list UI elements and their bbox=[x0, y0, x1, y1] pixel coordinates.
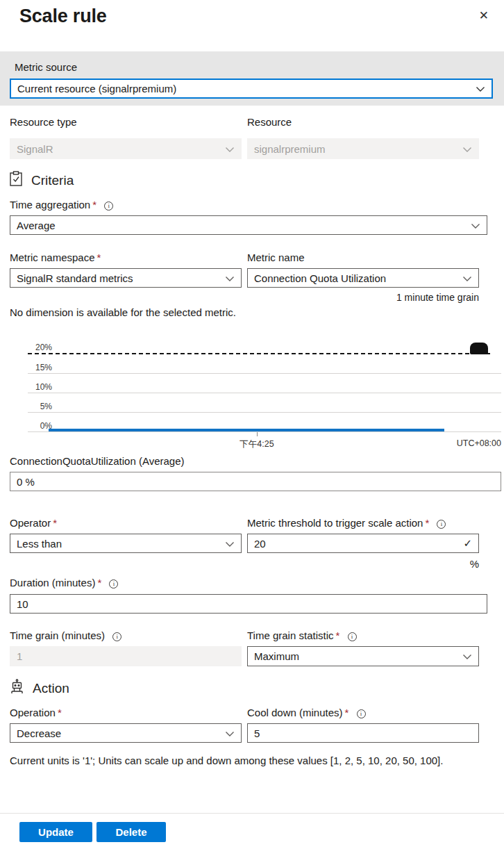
operator-label: Operator* bbox=[10, 517, 57, 529]
chevron-down-icon bbox=[462, 650, 472, 662]
info-icon[interactable]: i bbox=[112, 632, 121, 641]
info-icon[interactable]: i bbox=[104, 201, 113, 211]
action-section-title: Action bbox=[33, 681, 69, 696]
cooldown-input[interactable]: 5 bbox=[247, 723, 479, 743]
resource-type-dropdown: SignalR bbox=[10, 138, 242, 159]
y-tick: 10% bbox=[10, 382, 52, 392]
metric-chart: 20% 15% 10% 5% 0% 下午4:25 UTC+08:00 bbox=[0, 323, 504, 454]
delete-button[interactable]: Delete bbox=[96, 822, 166, 842]
criteria-section-title: Criteria bbox=[31, 173, 74, 188]
gridline bbox=[28, 431, 501, 432]
chevron-down-icon bbox=[225, 272, 235, 284]
metric-series-line bbox=[49, 429, 444, 431]
resource-label: Resource bbox=[247, 116, 292, 128]
metric-value-field: 0 % bbox=[10, 472, 501, 491]
metric-name-value: Connection Quota Utilization bbox=[254, 272, 386, 284]
time-aggregation-dropdown[interactable]: Average bbox=[10, 215, 487, 235]
time-grain-label: Time grain (minutes) i bbox=[10, 629, 121, 641]
units-note: Current units is '1'; Units can scale up… bbox=[10, 755, 443, 766]
time-grain-statistic-value: Maximum bbox=[254, 650, 299, 662]
time-grain-statistic-dropdown[interactable]: Maximum bbox=[247, 646, 479, 666]
time-grain-note: 1 minute time grain bbox=[396, 292, 479, 303]
threshold-line bbox=[28, 353, 490, 354]
threshold-drag-handle[interactable] bbox=[470, 343, 488, 354]
operator-dropdown[interactable]: Less than bbox=[10, 534, 242, 553]
clipboard-check-icon bbox=[10, 171, 23, 190]
metric-name-dropdown[interactable]: Connection Quota Utilization bbox=[247, 268, 479, 288]
cooldown-label: Cool down (minutes)* i bbox=[247, 707, 366, 718]
metric-source-band: Metric source Current resource (signalrp… bbox=[0, 51, 504, 106]
resource-value: signalrpremium bbox=[254, 143, 326, 155]
y-tick: 15% bbox=[10, 363, 52, 372]
metric-namespace-value: SignalR standard metrics bbox=[17, 272, 133, 284]
chevron-down-icon bbox=[225, 727, 235, 739]
required-asterisk: * bbox=[335, 629, 339, 641]
time-grain-input: 1 bbox=[10, 646, 242, 666]
x-tick-mark bbox=[257, 432, 258, 436]
required-asterisk: * bbox=[425, 517, 429, 529]
chevron-down-icon bbox=[462, 143, 472, 155]
scale-rule-panel: Scale rule ✕ Metric source Current resou… bbox=[0, 0, 504, 856]
close-icon[interactable]: ✕ bbox=[479, 10, 489, 22]
chevron-down-icon bbox=[462, 272, 472, 284]
time-aggregation-label: Time aggregation* i bbox=[10, 199, 113, 211]
time-aggregation-value: Average bbox=[17, 220, 56, 231]
metric-source-value: Current resource (signalrpremium) bbox=[17, 83, 176, 94]
page-title: Scale rule bbox=[19, 6, 107, 27]
operation-label: Operation* bbox=[10, 707, 62, 718]
duration-label: Duration (minutes)* i bbox=[10, 577, 118, 588]
metric-namespace-dropdown[interactable]: SignalR standard metrics bbox=[10, 268, 242, 288]
metric-source-label: Metric source bbox=[15, 61, 77, 73]
metric-source-dropdown[interactable]: Current resource (signalrpremium) bbox=[10, 79, 493, 99]
robot-icon bbox=[10, 679, 24, 698]
info-icon[interactable]: i bbox=[357, 709, 366, 718]
threshold-unit: % bbox=[470, 558, 479, 570]
operation-value: Decrease bbox=[17, 727, 61, 739]
chevron-down-icon bbox=[225, 538, 235, 550]
operation-dropdown[interactable]: Decrease bbox=[10, 723, 242, 743]
metric-value-label: ConnectionQuotaUtilization (Average) bbox=[10, 455, 185, 467]
y-tick: 5% bbox=[10, 402, 52, 411]
action-section-header: Action bbox=[10, 679, 69, 698]
chevron-down-icon bbox=[225, 143, 235, 155]
required-asterisk: * bbox=[53, 517, 57, 529]
gridline bbox=[28, 373, 501, 374]
chevron-down-icon bbox=[471, 220, 480, 231]
update-button[interactable]: Update bbox=[19, 822, 92, 842]
x-tick-label: 下午4:25 bbox=[222, 438, 292, 450]
info-icon[interactable]: i bbox=[348, 632, 357, 641]
required-asterisk: * bbox=[92, 199, 96, 211]
metric-namespace-label: Metric namespace* bbox=[10, 252, 101, 263]
threshold-label: Metric threshold to trigger scale action… bbox=[247, 517, 446, 529]
gridline bbox=[28, 412, 501, 413]
operator-value: Less than bbox=[17, 538, 62, 550]
valid-check-icon: ✓ bbox=[463, 537, 472, 550]
threshold-input[interactable]: 20 ✓ bbox=[247, 534, 479, 553]
timezone-label: UTC+08:00 bbox=[457, 438, 501, 448]
required-asterisk: * bbox=[345, 707, 349, 718]
required-asterisk: * bbox=[58, 707, 62, 718]
duration-input[interactable]: 10 bbox=[10, 594, 487, 614]
chevron-down-icon bbox=[476, 83, 485, 94]
resource-type-label: Resource type bbox=[10, 116, 77, 128]
y-tick: 0% bbox=[10, 421, 52, 431]
resource-type-value: SignalR bbox=[17, 143, 53, 155]
metric-name-label: Metric name bbox=[247, 252, 305, 263]
info-icon[interactable]: i bbox=[437, 520, 446, 529]
dimension-note: No dimension is available for the select… bbox=[10, 306, 236, 318]
time-grain-statistic-label: Time grain statistic* i bbox=[247, 629, 357, 641]
resource-dropdown: signalrpremium bbox=[247, 138, 479, 159]
gridline bbox=[28, 393, 501, 393]
y-tick: 20% bbox=[10, 343, 52, 352]
info-icon[interactable]: i bbox=[109, 579, 118, 588]
criteria-section-header: Criteria bbox=[10, 171, 74, 190]
footer-divider bbox=[0, 813, 504, 814]
required-asterisk: * bbox=[97, 577, 101, 588]
required-asterisk: * bbox=[97, 252, 101, 263]
threshold-value: 20 bbox=[254, 538, 266, 550]
